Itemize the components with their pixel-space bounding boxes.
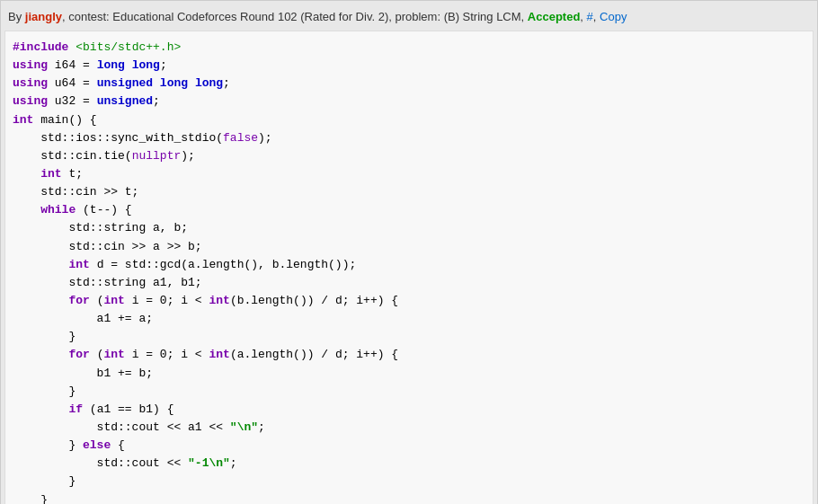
hash-link[interactable]: #: [587, 10, 593, 23]
code-line-19: b1 += b;: [13, 365, 805, 383]
code-line-14: std::string a1, b1;: [13, 274, 805, 292]
header-prefix: By: [8, 10, 25, 23]
kw-int-main: int: [13, 113, 33, 127]
code-line-9: std::cin >> t;: [13, 183, 805, 201]
kw-int-cast2: int: [209, 348, 229, 361]
code-line-26: }: [13, 491, 805, 504]
code-line-18: for (int i = 0; i < int(a.length()) / d;…: [13, 346, 805, 364]
code-line-15: for (int i = 0; i < int(b.length()) / d;…: [13, 292, 805, 310]
kw-while: while: [40, 203, 76, 217]
kw-using-3: using: [13, 94, 48, 108]
copy-link[interactable]: Copy: [600, 10, 627, 23]
kw-int-t: int: [40, 167, 61, 181]
status-badge: Accepted: [528, 10, 581, 23]
kw-long-2: long: [132, 58, 160, 72]
kw-using-1: using: [13, 58, 48, 72]
main-container: By jiangly, contest: Educational Codefor…: [0, 0, 818, 504]
code-line-20: }: [13, 383, 805, 401]
kw-false: false: [223, 131, 258, 145]
code-line-25: }: [13, 473, 805, 491]
code-line-3: using u64 = unsigned long long;: [13, 75, 805, 93]
code-line-16: a1 += a;: [13, 310, 805, 328]
author-name: jiangly: [25, 10, 62, 23]
kw-using-2: using: [13, 76, 48, 90]
header-comma: ,: [580, 10, 586, 23]
code-line-13: int d = std::gcd(a.length(), b.length())…: [13, 256, 805, 274]
kw-long-3: long: [160, 76, 188, 90]
code-line-1: #include <bits/stdc++.h>: [13, 39, 805, 57]
code-line-24: std::cout << "-1\n";: [13, 455, 805, 473]
code-line-11: std::string a, b;: [13, 219, 805, 237]
code-line-8: int t;: [13, 165, 805, 183]
kw-for-2: for: [68, 348, 89, 361]
code-line-21: if (a1 == b1) {: [13, 401, 805, 419]
kw-nullptr: nullptr: [132, 149, 182, 163]
kw-for-1: for: [68, 294, 89, 307]
kw-int-i2: int: [103, 348, 124, 361]
kw-long-4: long: [195, 76, 223, 90]
code-line-10: while (t--) {: [13, 201, 805, 219]
code-line-23: } else {: [13, 437, 805, 455]
code-line-6: std::ios::sync_with_stdio(false);: [13, 129, 805, 147]
code-line-5: int main() {: [13, 111, 805, 129]
keyword-include: #include: [13, 40, 68, 54]
kw-long-1: long: [97, 58, 125, 72]
code-line-22: std::cout << a1 << "\n";: [13, 419, 805, 437]
header-comma2: ,: [593, 10, 600, 23]
kw-else: else: [83, 438, 111, 452]
kw-unsigned-2: unsigned: [97, 94, 153, 108]
kw-int-i1: int: [103, 294, 124, 307]
include-string: <bits/stdc++.h>: [76, 40, 181, 54]
kw-int-cast1: int: [209, 294, 229, 307]
header-middle: , contest: Educational Codeforces Round …: [62, 10, 528, 23]
code-line-2: using i64 = long long;: [13, 57, 805, 75]
string-newline1: "\n": [230, 420, 258, 434]
code-line-7: std::cin.tie(nullptr);: [13, 147, 805, 165]
string-neg1: "-1\n": [188, 456, 230, 470]
code-line-17: }: [13, 328, 805, 346]
code-block: #include <bits/stdc++.h> using i64 = lon…: [4, 31, 814, 504]
kw-if: if: [68, 402, 83, 416]
kw-int-d: int: [68, 258, 89, 271]
kw-unsigned-1: unsigned: [97, 76, 153, 90]
submission-header: By jiangly, contest: Educational Codefor…: [1, 6, 817, 29]
code-line-12: std::cin >> a >> b;: [13, 238, 805, 256]
code-line-4: using u32 = unsigned;: [13, 93, 805, 111]
